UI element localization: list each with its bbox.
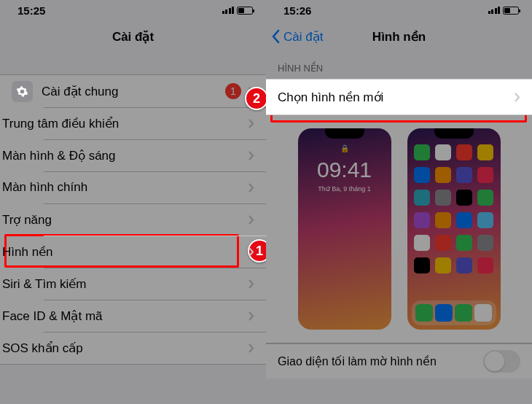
row-faceid[interactable]: Face ID & Mật mã (0, 300, 266, 332)
chevron-right-icon (249, 343, 254, 353)
back-button[interactable]: Cài đặt (272, 29, 323, 44)
chevron-right-icon (249, 215, 254, 225)
nav-bar: Cài đặt (0, 20, 266, 53)
battery-icon (237, 7, 253, 15)
section-header: HÌNH NỀN (266, 53, 532, 79)
lock-time: 09:41 (298, 158, 391, 182)
page-title: Cài đặt (112, 29, 154, 44)
row-label: Hình nền (2, 244, 249, 260)
status-icons (222, 7, 254, 15)
settings-list-group-1: Cài đặt chung 1 Trung tâm điều khiển AA … (0, 74, 266, 365)
chevron-right-icon (249, 247, 254, 257)
row-label: Cài đặt chung (42, 84, 225, 99)
row-label: Trung tâm điều khiển (2, 116, 249, 131)
row-label: Trợ năng (2, 212, 249, 228)
row-control-center[interactable]: Trung tâm điều khiển (0, 107, 266, 139)
lock-icon: 🔒 (340, 144, 349, 152)
row-label: Màn hình & Độ sáng (2, 148, 249, 163)
dark-dims-toggle[interactable] (483, 350, 520, 373)
row-label: Màn hình chính (2, 180, 249, 195)
chevron-right-icon (249, 279, 254, 289)
wallpaper-previews: 🔒 09:41 Thứ Ba, 9 tháng 1 (266, 115, 532, 343)
callout-step-2: 2 (245, 87, 266, 110)
lock-date: Thứ Ba, 9 tháng 1 (298, 185, 391, 193)
wallpaper-settings-screen: 15:26 Cài đặt Hình nền HÌNH NỀN Chọn hìn… (266, 0, 532, 404)
row-sos[interactable]: SOS SOS khẩn cấp (0, 332, 266, 364)
row-label: Chọn hình nền mới (278, 90, 515, 105)
chevron-right-icon (249, 119, 254, 128)
chevron-right-icon (249, 183, 254, 193)
notification-badge: 1 (225, 83, 241, 99)
row-wallpaper[interactable]: Hình nền (0, 236, 266, 268)
row-label: SOS khẩn cấp (2, 341, 249, 356)
row-choose-new-wallpaper[interactable]: Chọn hình nền mới (266, 79, 532, 114)
signal-icon (222, 7, 235, 14)
status-time: 15:26 (283, 4, 311, 17)
homescreen-preview[interactable] (407, 128, 501, 330)
chevron-right-icon (249, 311, 254, 321)
signal-icon (488, 7, 501, 14)
back-label: Cài đặt (283, 29, 323, 44)
row-display[interactable]: AA Màn hình & Độ sáng (0, 139, 266, 171)
status-bar: 15:26 (266, 0, 532, 20)
wallpaper-list: Chọn hình nền mới (266, 79, 532, 115)
row-label: Siri & Tìm kiếm (2, 276, 249, 292)
status-time: 15:25 (17, 4, 45, 17)
row-label: Giao diện tối làm mờ hình nền (278, 354, 483, 368)
status-bar: 15:25 (0, 0, 266, 20)
settings-main-screen: 15:25 Cài đặt Cài đặt chung 1 Trung tâm … (0, 0, 266, 404)
lockscreen-preview[interactable]: 🔒 09:41 Thứ Ba, 9 tháng 1 (298, 128, 391, 330)
dock (412, 300, 496, 325)
gear-icon (12, 81, 33, 102)
row-siri[interactable]: Siri & Tìm kiếm (0, 268, 266, 300)
chevron-right-icon (515, 93, 520, 102)
page-title: Hình nền (372, 29, 426, 44)
chevron-right-icon (249, 151, 254, 160)
status-icons (488, 7, 520, 15)
row-label: Face ID & Mật mã (2, 308, 249, 324)
row-accessibility[interactable]: Trợ năng (0, 203, 266, 236)
row-dark-appearance-dims: Giao diện tối làm mờ hình nền (266, 343, 532, 378)
row-general[interactable]: Cài đặt chung 1 (0, 75, 266, 107)
row-home[interactable]: Màn hình chính (0, 171, 266, 203)
nav-bar: Cài đặt Hình nền (266, 20, 532, 53)
battery-icon (503, 7, 519, 15)
